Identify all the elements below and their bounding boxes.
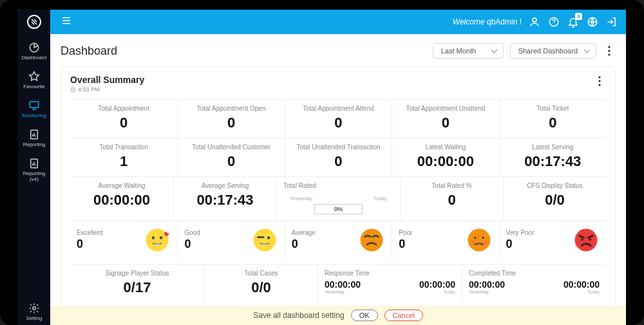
stat-completed-time: Completed Time 00:00:00Yesterday 00:00:0… <box>462 265 606 302</box>
page-title: Dashboard <box>61 44 117 58</box>
stat-latest-waiting: Latest Waiting00:00:00 <box>392 138 498 176</box>
svg-point-24 <box>471 241 474 244</box>
svg-point-19 <box>267 236 270 239</box>
svg-point-12 <box>598 76 600 78</box>
stat-total-appointment-unattend: Total Appointment Unattend0 <box>392 100 498 138</box>
svg-point-9 <box>608 50 610 51</box>
stat-total-unattended-customer: Total Unattended Customer0 <box>177 138 284 176</box>
svg-point-5 <box>533 18 536 22</box>
svg-point-21 <box>468 229 490 252</box>
svg-point-18 <box>253 229 276 252</box>
sidebar-item-label: Reporting (v4) <box>18 171 50 182</box>
svg-rect-1 <box>30 102 39 107</box>
ok-button[interactable]: OK <box>351 310 378 321</box>
svg-point-17 <box>160 236 162 239</box>
stat-cfs-display-status: CFS Display Status0/0 <box>503 177 606 221</box>
sidebar-item-label: Setting <box>26 315 43 321</box>
pie-chart-icon <box>28 42 40 53</box>
sidebar: Dashboard Favourite Monitoring Reporting… <box>18 10 50 325</box>
emoji-average-icon <box>358 227 385 254</box>
stat-total-unattended-transaction: Total Unattended Transaction0 <box>285 138 392 176</box>
menu-toggle-button[interactable] <box>58 12 75 32</box>
monitor-icon <box>28 100 40 111</box>
dashboard-select[interactable]: Shared Dashboard <box>510 43 596 59</box>
emoji-poor-icon <box>466 227 493 254</box>
sidebar-item-label: Favourite <box>23 84 44 89</box>
card-timestamp: 4:53 PM <box>70 86 144 93</box>
stat-signage-player-status: Signage Player Status0/17 <box>70 265 204 302</box>
svg-point-26 <box>574 229 597 252</box>
cancel-button[interactable]: Cancel <box>384 310 423 321</box>
stat-response-time: Response Time 00:00:00Yesterday 00:00:00… <box>317 265 462 302</box>
stat-average-serving: Average Serving00:17:43 <box>173 177 276 221</box>
notification-badge: 0 <box>575 13 582 20</box>
sidebar-item-reporting[interactable]: Reporting <box>18 125 50 151</box>
clock-icon <box>70 87 76 93</box>
svg-point-22 <box>474 237 477 239</box>
page-menu-button[interactable] <box>603 44 616 57</box>
svg-point-25 <box>484 241 487 244</box>
emoji-excellent-icon <box>144 227 171 254</box>
stat-average-waiting: Average Waiting00:00:00 <box>70 177 173 221</box>
card-menu-button[interactable] <box>593 75 606 88</box>
stat-total-ticket: Total Ticket0 <box>499 100 606 138</box>
sidebar-item-setting[interactable]: Setting <box>18 299 50 325</box>
save-settings-banner: Save all dashboard setting OK Cancel <box>50 306 626 325</box>
report-icon <box>28 158 40 169</box>
banner-text: Save all dashboard setting <box>253 311 344 320</box>
stat-total-cases: Total Cases0/0 <box>204 265 317 302</box>
svg-point-14 <box>598 84 600 86</box>
svg-point-27 <box>581 238 583 241</box>
welcome-text: Welcome qbAdmin ! <box>453 17 522 26</box>
emoji-good-icon <box>251 227 278 254</box>
rating-average: Average0 <box>285 221 392 259</box>
stat-total-transaction: Total Transaction1 <box>70 138 177 176</box>
sidebar-item-label: Monitoring <box>22 113 46 118</box>
stat-latest-serving: Latest Serving00:17:43 <box>499 138 606 176</box>
gear-icon <box>28 302 40 314</box>
card-title: Overall Summary <box>70 75 144 85</box>
sidebar-item-monitoring[interactable]: Monitoring <box>18 96 50 122</box>
rating-poor: Poor0 <box>392 221 498 259</box>
sidebar-item-reporting-v4[interactable]: Reporting (v4) <box>18 154 50 186</box>
stat-total-rated-pct: Total Rated %0 <box>400 177 503 221</box>
main-area: Welcome qbAdmin ! 0 Dashboard Last Month… <box>50 10 626 325</box>
content-area: Dashboard Last Month Shared Dashboard Ov… <box>50 34 626 325</box>
stat-total-appointment-attend: Total Appointment Attend0 <box>285 100 392 138</box>
overall-summary-card: Overall Summary 4:53 PM Total Appointmen… <box>61 66 616 311</box>
svg-point-8 <box>608 46 610 48</box>
logout-icon[interactable] <box>605 15 618 28</box>
svg-point-20 <box>361 229 383 252</box>
notification-icon[interactable]: 0 <box>567 15 580 28</box>
progress-value: 0% <box>314 204 363 214</box>
globe-icon[interactable] <box>586 15 599 28</box>
sidebar-item-label: Reporting <box>23 142 46 147</box>
stat-total-appointment-open: Total Appointment Open0 <box>177 100 284 138</box>
app-logo <box>27 15 41 29</box>
stat-total-appointment: Total Appointment0 <box>70 100 177 138</box>
help-icon[interactable] <box>547 15 560 28</box>
rating-good: Good0 <box>177 221 284 259</box>
report-icon <box>28 129 40 140</box>
svg-point-16 <box>152 236 155 239</box>
svg-point-13 <box>598 80 600 82</box>
topbar: Welcome qbAdmin ! 0 <box>50 10 626 34</box>
stat-total-rated: Total Rated YesterdayToday 0% <box>276 177 400 221</box>
rating-very-poor: Very Poor0 <box>499 221 606 259</box>
user-icon[interactable] <box>528 15 541 28</box>
svg-point-4 <box>33 307 36 310</box>
svg-point-28 <box>589 238 591 241</box>
emoji-very-poor-icon <box>573 227 600 254</box>
star-icon <box>28 71 40 82</box>
svg-point-10 <box>608 53 610 55</box>
sidebar-item-dashboard[interactable]: Dashboard <box>18 38 50 64</box>
svg-point-23 <box>482 237 484 239</box>
rating-excellent: Excellent0 <box>70 221 177 259</box>
sidebar-item-favourite[interactable]: Favourite <box>18 67 50 93</box>
sidebar-item-label: Dashboard <box>21 55 46 60</box>
period-select[interactable]: Last Month <box>433 43 504 59</box>
